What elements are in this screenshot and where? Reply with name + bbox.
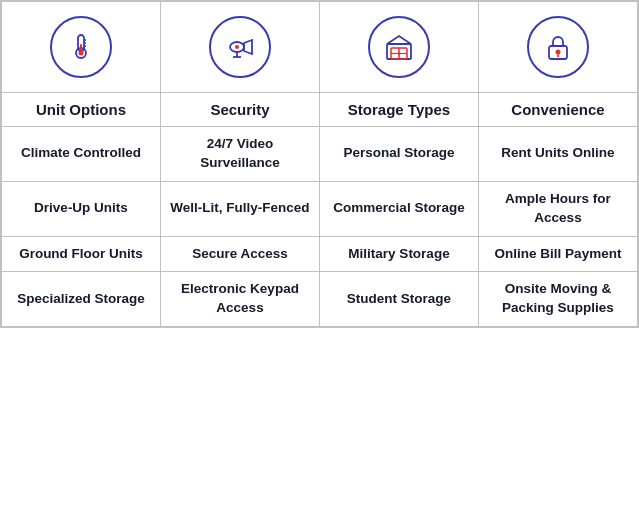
storage-icon-cell [320,2,479,93]
row4-col3: Student Storage [320,272,479,327]
row2-col4: Ample Hours for Access [479,181,638,236]
unit-options-icon-cell [2,2,161,93]
svg-point-18 [556,50,561,55]
row1-col4: Rent Units Online [479,127,638,182]
lock-svg [541,30,575,64]
row3-col3: Military Storage [320,236,479,272]
row3-col4: Online Bill Payment [479,236,638,272]
row2-col1: Drive-Up Units [2,181,161,236]
camera-icon [209,16,271,78]
convenience-icon-cell [479,2,638,93]
thermometer-icon [50,16,112,78]
camera-svg [223,30,257,64]
svg-point-16 [398,52,400,54]
col-header-unit-options: Unit Options [2,93,161,127]
row1-col1: Climate Controlled [2,127,161,182]
col-header-storage-types: Storage Types [320,93,479,127]
row3-col2: Secure Access [161,236,320,272]
row1-col2: 24/7 Video Surveillance [161,127,320,182]
row4-col2: Electronic Keypad Access [161,272,320,327]
col-header-convenience: Convenience [479,93,638,127]
storage-svg [382,30,416,64]
thermometer-svg [64,30,98,64]
row2-col2: Well-Lit, Fully-Fenced [161,181,320,236]
svg-point-9 [235,45,239,49]
security-icon-cell [161,2,320,93]
row2-col3: Commercial Storage [320,181,479,236]
col-header-security: Security [161,93,320,127]
row4-col1: Specialized Storage [2,272,161,327]
storage-building-icon [368,16,430,78]
row1-col3: Personal Storage [320,127,479,182]
svg-marker-8 [244,40,252,54]
svg-rect-3 [80,44,82,53]
row4-col4: Onsite Moving & Packing Supplies [479,272,638,327]
row3-col1: Ground Floor Units [2,236,161,272]
lock-icon [527,16,589,78]
